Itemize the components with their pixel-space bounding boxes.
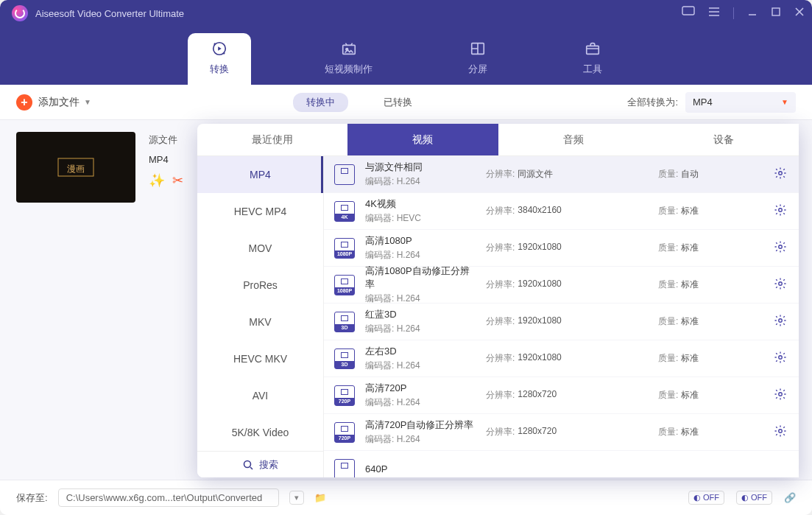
preset-encoder: 编码器: H.264 xyxy=(365,360,476,372)
format-chooser-popup: 最近使用 视频 音频 设备 MP4HEVC MP4MOVProResMKVHEV… xyxy=(197,124,799,477)
format-list-item[interactable]: MOV xyxy=(197,230,323,267)
preset-quality: 质量:标准 xyxy=(658,315,763,328)
thumb-graphic-icon: 漫画 xyxy=(54,154,98,181)
tab-converted[interactable]: 已转换 xyxy=(370,93,426,112)
format-list[interactable]: MP4HEVC MP4MOVProResMKVHEVC MKVAVI5K/8K … xyxy=(197,156,324,477)
file-format-label: MP4 xyxy=(149,154,183,165)
format-badge-icon: 1080P xyxy=(334,238,355,259)
preset-row[interactable]: 720P高清720P编码器: H.264分辨率:1280x720质量:标准 xyxy=(324,377,799,414)
tab-toolbox[interactable]: 工具 xyxy=(561,33,624,85)
preset-name: 红蓝3D xyxy=(365,308,476,321)
gear-icon[interactable] xyxy=(774,277,787,293)
popup-tab-audio[interactable]: 音频 xyxy=(498,124,649,155)
toolbar: + 添加文件 ▼ 转换中 已转换 全部转换为: MP4 ▼ xyxy=(0,85,812,120)
format-badge-icon xyxy=(334,459,355,478)
output-format-select[interactable]: MP4 ▼ xyxy=(685,92,796,113)
add-files-label: 添加文件 xyxy=(38,96,80,109)
preset-name: 高清720P自动修正分辨率 xyxy=(365,418,476,432)
wand-icon[interactable]: ✨ xyxy=(149,172,165,189)
gear-icon[interactable] xyxy=(774,203,787,220)
add-files-button[interactable]: + 添加文件 ▼ xyxy=(16,94,91,111)
gear-icon[interactable] xyxy=(774,314,787,330)
preset-quality: 质量:标准 xyxy=(658,278,763,291)
tab-mv[interactable]: 短视频制作 xyxy=(303,33,395,85)
svg-point-12 xyxy=(779,245,783,248)
toggle-off-1[interactable]: ◐ OFF xyxy=(688,491,724,505)
preset-resolution: 分辨率:3840x2160 xyxy=(486,205,648,217)
preset-row[interactable]: 3D红蓝3D编码器: H.264分辨率:1920x1080质量:标准 xyxy=(324,304,799,340)
svg-rect-1 xyxy=(772,8,780,15)
tab-converting[interactable]: 转换中 xyxy=(293,93,348,112)
source-file-label: 源文件 xyxy=(149,133,183,147)
feedback-icon[interactable] xyxy=(682,6,695,21)
convert-all-label: 全部转换为: xyxy=(627,96,678,109)
gear-icon[interactable] xyxy=(774,240,787,256)
preset-row[interactable]: 1080P高清1080P编码器: H.264分辨率:1920x1080质量:标准 xyxy=(324,230,799,267)
format-badge-icon: 720P xyxy=(334,422,355,443)
preset-name: 高清1080P xyxy=(365,234,476,248)
format-list-item[interactable]: 5K/8K Video xyxy=(197,414,323,451)
format-badge-icon: 4K xyxy=(334,201,355,222)
video-thumbnail[interactable]: 漫画 xyxy=(16,132,135,203)
format-list-item[interactable]: HEVC MP4 xyxy=(197,193,323,230)
preset-quality: 质量:标准 xyxy=(658,205,763,217)
svg-rect-3 xyxy=(342,45,355,54)
bottom-bar: 保存至: C:\Users\www.x6g.com...ter\Output\C… xyxy=(0,480,812,515)
maximize-icon[interactable] xyxy=(771,7,781,20)
preset-name: 左右3D xyxy=(365,345,476,358)
gear-icon[interactable] xyxy=(774,388,787,404)
format-list-item[interactable]: ProRes xyxy=(197,267,323,304)
tab-collage[interactable]: 分屏 xyxy=(446,33,509,85)
svg-point-10 xyxy=(779,171,783,175)
svg-point-17 xyxy=(779,429,783,432)
preset-row[interactable]: 与源文件相同编码器: H.264分辨率:同源文件质量:自动 xyxy=(324,156,799,193)
gear-icon[interactable] xyxy=(774,351,787,367)
app-logo-icon xyxy=(12,5,28,21)
browse-button[interactable]: ▾ xyxy=(289,491,304,505)
format-list-item[interactable]: HEVC MKV xyxy=(197,340,323,377)
preset-name: 高清1080P自动修正分辨率 xyxy=(365,264,476,291)
format-list-item[interactable]: MKV xyxy=(197,304,323,340)
preset-row[interactable]: 4K4K视频编码器: HEVC分辨率:3840x2160质量:标准 xyxy=(324,193,799,230)
chevron-down-icon: ▼ xyxy=(84,98,91,106)
tab-toolbox-label: 工具 xyxy=(583,63,602,76)
popup-tab-recent[interactable]: 最近使用 xyxy=(197,124,347,155)
open-folder-icon[interactable]: 📁 xyxy=(314,492,326,503)
format-badge-icon xyxy=(334,164,355,185)
preset-resolution: 分辨率:1280x720 xyxy=(486,389,648,402)
svg-point-16 xyxy=(779,392,783,396)
preset-row[interactable]: 640P xyxy=(324,451,799,477)
format-list-item[interactable]: MP4 xyxy=(197,156,323,193)
preset-row[interactable]: 720P高清720P自动修正分辨率编码器: H.264分辨率:1280x720质… xyxy=(324,414,799,451)
svg-point-14 xyxy=(779,318,783,322)
format-badge-icon: 3D xyxy=(334,312,355,332)
gear-icon[interactable] xyxy=(774,167,787,183)
format-badge-icon: 720P xyxy=(334,385,355,406)
minimize-icon[interactable] xyxy=(747,7,758,20)
save-path-field[interactable]: C:\Users\www.x6g.com...ter\Output\Conver… xyxy=(58,488,279,507)
preset-list[interactable]: 与源文件相同编码器: H.264分辨率:同源文件质量:自动4K4K视频编码器: … xyxy=(324,156,799,477)
preset-name: 640P xyxy=(365,463,476,474)
format-list-item[interactable]: AVI xyxy=(197,377,323,414)
preset-name: 高清720P xyxy=(365,382,476,395)
tab-convert[interactable]: 转换 xyxy=(188,33,251,85)
close-icon[interactable] xyxy=(794,7,805,20)
gear-icon[interactable] xyxy=(774,424,787,441)
tab-convert-label: 转换 xyxy=(210,63,229,76)
preset-row[interactable]: 1080P高清1080P自动修正分辨率编码器: H.264分辨率:1920x10… xyxy=(324,267,799,304)
preset-encoder: 编码器: H.264 xyxy=(365,396,476,409)
preset-quality: 质量:标准 xyxy=(658,389,763,402)
link-icon[interactable]: 🔗 xyxy=(784,492,796,503)
preset-row[interactable]: 3D左右3D编码器: H.264分辨率:1920x1080质量:标准 xyxy=(324,340,799,377)
preset-encoder: 编码器: H.264 xyxy=(365,323,476,335)
preset-resolution: 分辨率:同源文件 xyxy=(486,168,648,181)
search-button[interactable]: 搜索 xyxy=(197,451,323,477)
toggle-off-2[interactable]: ◐ OFF xyxy=(736,491,772,505)
menu-icon[interactable] xyxy=(708,7,720,20)
popup-tab-video[interactable]: 视频 xyxy=(347,124,498,155)
preset-name: 与源文件相同 xyxy=(365,161,476,174)
scissors-icon[interactable]: ✂ xyxy=(172,172,183,189)
preset-quality: 质量:标准 xyxy=(658,352,763,365)
popup-tab-device[interactable]: 设备 xyxy=(649,124,799,155)
save-to-label: 保存至: xyxy=(16,491,48,505)
